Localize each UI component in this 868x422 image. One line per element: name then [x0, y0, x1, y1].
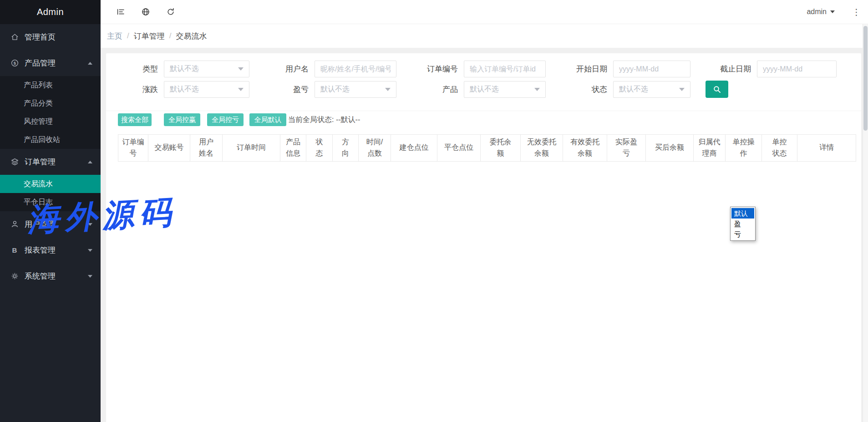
chevron-down-icon: [88, 249, 92, 252]
select-value: 默认不选: [170, 85, 199, 94]
filter-product: 产品 默认不选: [412, 81, 546, 98]
user-icon: [10, 220, 19, 229]
sidebar-item-reports[interactable]: B报表管理: [0, 237, 101, 263]
filter-label: 状态: [562, 84, 607, 95]
dropdown-option-lose[interactable]: 亏: [731, 229, 754, 239]
column-header: 交易账号: [148, 135, 190, 162]
report-b-icon: B: [10, 246, 19, 255]
filter-end-date: 截止日期: [706, 61, 837, 77]
sidebar-item-system[interactable]: 系统管理: [0, 263, 101, 289]
chevron-down-icon: [534, 88, 540, 91]
filter-order-no: 订单编号: [412, 61, 546, 77]
column-header: 状 态: [306, 135, 333, 162]
chevron-up-icon: [88, 62, 92, 65]
breadcrumb-home[interactable]: 主页: [107, 31, 122, 41]
chevron-down-icon: [238, 67, 244, 71]
filter-username: 用户名: [263, 61, 396, 77]
search-all-button[interactable]: 搜索全部: [118, 113, 152, 126]
filter-status: 状态 默认不选: [562, 81, 690, 98]
column-header: 单控 状态: [762, 135, 797, 162]
dollar-icon: $: [10, 59, 19, 68]
filter-label: 类型: [112, 64, 158, 74]
control-dropdown-menu: 默认 盈 亏: [730, 207, 756, 241]
global-status-text: 当前全局状态: --默认--: [288, 113, 360, 126]
sidebar-item-home[interactable]: 管理首页: [0, 24, 101, 50]
sidebar-item-users[interactable]: 用户管理: [0, 211, 101, 237]
sidebar-subitem[interactable]: 交易流水: [0, 175, 101, 193]
end-date-input[interactable]: [757, 61, 837, 77]
select-value: 默认不选: [170, 64, 199, 74]
orders-table-wrap: 订单编 号交易账号用户 姓名订单时间产品 信息状 态方 向时间/ 点数建仓点位平…: [118, 134, 856, 161]
sidebar-item-label: 报表管理: [25, 245, 56, 255]
sidebar-item-label: 用户管理: [25, 219, 56, 229]
sidebar-subitem[interactable]: 产品分类: [0, 94, 101, 112]
filter-start-date: 开始日期: [562, 61, 690, 77]
start-date-input[interactable]: [613, 61, 690, 77]
orders-table: 订单编 号交易账号用户 姓名订单时间产品 信息状 态方 向时间/ 点数建仓点位平…: [118, 134, 856, 161]
updown-select[interactable]: 默认不选: [164, 81, 249, 98]
filter-label: 截止日期: [706, 64, 751, 74]
app-title: Admin: [0, 0, 101, 24]
layers-icon: [10, 158, 19, 167]
product-select[interactable]: 默认不选: [464, 81, 546, 98]
global-win-button[interactable]: 全局控赢: [164, 113, 200, 126]
chevron-down-icon: [679, 88, 685, 91]
order-no-input[interactable]: [464, 61, 546, 77]
type-select[interactable]: 默认不选: [164, 61, 249, 77]
username-input[interactable]: [315, 61, 396, 77]
status-select[interactable]: 默认不选: [613, 81, 690, 98]
breadcrumb-separator: /: [127, 31, 129, 41]
collapse-menu-icon[interactable]: [116, 7, 126, 17]
sidebar-subitem[interactable]: 产品回收站: [0, 131, 101, 149]
filter-label: 产品: [412, 84, 458, 95]
chevron-down-icon: [88, 223, 92, 226]
dropdown-option-win[interactable]: 盈: [731, 219, 754, 229]
filter-label: 用户名: [263, 64, 309, 74]
scrollbar-thumb[interactable]: [863, 26, 868, 131]
sidebar-subitem[interactable]: 平仓日志: [0, 193, 101, 211]
column-header: 方 向: [333, 135, 359, 162]
column-header: 无效委托 余额: [521, 135, 563, 162]
column-header: 委托余 额: [481, 135, 521, 162]
column-header: 产品 信息: [280, 135, 306, 162]
profit-loss-select[interactable]: 默认不选: [315, 81, 396, 98]
column-header: 订单编 号: [118, 135, 148, 162]
chevron-up-icon: [88, 161, 92, 163]
search-icon: [713, 85, 721, 94]
vertical-scrollbar: [863, 24, 868, 422]
filter-label: 涨跌: [112, 84, 158, 95]
search-button[interactable]: [706, 81, 728, 98]
sidebar-subitem[interactable]: 风控管理: [0, 112, 101, 131]
globe-icon[interactable]: [141, 7, 151, 17]
column-header: 单控操 作: [726, 135, 762, 162]
topbar: admin ⋮: [101, 0, 868, 24]
sidebar-item-label: 管理首页: [25, 32, 56, 42]
section-divider: [106, 111, 861, 111]
breadcrumb: 主页 / 订单管理 / 交易流水: [101, 24, 868, 48]
dropdown-option-default[interactable]: 默认: [731, 208, 754, 219]
user-menu[interactable]: admin: [807, 8, 835, 16]
sidebar-subitem[interactable]: 产品列表: [0, 76, 101, 94]
global-default-button[interactable]: 全局默认: [249, 113, 286, 126]
kebab-menu-icon[interactable]: ⋮: [852, 8, 861, 16]
refresh-icon[interactable]: [166, 7, 176, 17]
sidebar-submenu: 产品列表产品分类风控管理产品回收站: [0, 76, 101, 149]
username: admin: [807, 8, 827, 16]
column-header: 建仓点位: [391, 135, 437, 162]
gear-icon: [10, 272, 19, 281]
filter-label: 盈亏: [263, 84, 309, 95]
global-lose-button[interactable]: 全局控亏: [207, 113, 244, 126]
breadcrumb-separator: /: [169, 31, 172, 41]
column-header: 时间/ 点数: [359, 135, 391, 162]
table-header-row: 订单编 号交易账号用户 姓名订单时间产品 信息状 态方 向时间/ 点数建仓点位平…: [118, 135, 856, 162]
filter-type: 类型 默认不选: [112, 61, 249, 77]
breadcrumb-order-mgmt[interactable]: 订单管理: [134, 31, 165, 41]
filter-updown: 涨跌 默认不选: [112, 81, 249, 98]
column-header: 平仓点位: [437, 135, 481, 162]
breadcrumb-current: 交易流水: [176, 31, 207, 41]
select-value: 默认不选: [619, 85, 648, 94]
sidebar-item-products[interactable]: $产品管理: [0, 50, 101, 76]
sidebar-item-label: 产品管理: [25, 58, 56, 68]
svg-text:$: $: [13, 61, 16, 66]
sidebar-item-orders[interactable]: 订单管理: [0, 149, 101, 175]
